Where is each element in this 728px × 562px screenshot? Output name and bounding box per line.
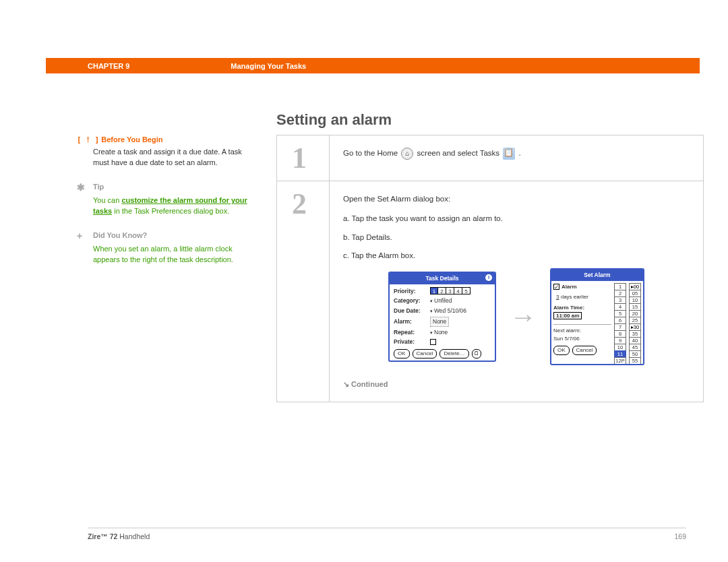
category-dropdown[interactable]: Unfiled — [430, 296, 452, 305]
note-button[interactable]: 🗒 — [472, 349, 481, 358]
dyk-title: Did You Know? — [93, 230, 147, 241]
set-alarm-screen: Set Alarm Alarm 3 days earlier — [550, 268, 644, 365]
did-you-know-block: + Did You Know? When you set an alarm, a… — [77, 229, 252, 266]
byb-title: Before You Begin — [101, 135, 162, 144]
dyk-body: When you set an alarm, a little alarm cl… — [93, 244, 252, 266]
alarm-box[interactable]: None — [430, 317, 449, 327]
steps-content: 1 Go to the Home ⌂ screen and select Tas… — [276, 135, 704, 402]
substep-c: c. Tap the Alarm box. — [343, 250, 690, 261]
step-body: Open the Set Alarm dialog box: a. Tap th… — [330, 181, 703, 402]
step-number: 1 — [277, 135, 330, 181]
cancel-button[interactable]: Cancel — [413, 349, 437, 358]
sidebar: [ ! ] Before You Begin Create a task and… — [77, 135, 252, 278]
delete-button[interactable]: Delete… — [439, 349, 468, 358]
ok-button[interactable]: OK — [553, 346, 570, 355]
tasks-icon — [503, 148, 515, 160]
alarm-time-box[interactable]: 11:00 am — [553, 312, 582, 319]
minute-column[interactable]: ▸000510152025▸303540455055 — [629, 283, 641, 364]
byb-body: Create a task and assign it a due date. … — [93, 147, 252, 168]
asterisk-icon: ✱ — [77, 181, 93, 194]
section-title: Managing Your Tasks — [231, 62, 306, 70]
continued-label: Continued — [343, 379, 690, 390]
private-checkbox[interactable] — [430, 339, 436, 345]
priority-selector[interactable]: 1 2 3 4 5 — [430, 287, 471, 294]
before-you-begin: [ ! ] Before You Begin Create a task and… — [77, 135, 252, 168]
step-body: Go to the Home ⌂ screen and select Tasks… — [330, 135, 703, 181]
hour-column[interactable]: 123456789101112P — [614, 283, 626, 364]
duedate-dropdown[interactable]: Wed 5/10/06 — [430, 307, 466, 315]
screenshot-row: Task Details i Priority: 1 2 3 — [343, 268, 690, 365]
home-icon: ⌂ — [401, 148, 413, 160]
page-title: Setting an alarm — [276, 111, 686, 129]
tip-body: You can customize the alarm sound for yo… — [93, 195, 252, 217]
tip-title: Tip — [93, 182, 104, 193]
chapter-header: CHAPTER 9 Managing Your Tasks — [46, 58, 700, 73]
substep-b: b. Tap Details. — [343, 232, 690, 243]
palm-title: Task Details i — [390, 273, 495, 284]
repeat-dropdown[interactable]: None — [430, 328, 448, 337]
plus-icon: + — [77, 229, 93, 243]
page-footer: Zire™ 72 Handheld 169 — [88, 528, 686, 540]
ok-button[interactable]: OK — [394, 349, 410, 358]
arrow-right-icon: → — [510, 296, 537, 337]
chapter-label: CHAPTER 9 — [88, 62, 129, 70]
step-2: 2 Open the Set Alarm dialog box: a. Tap … — [276, 181, 704, 402]
palm-title: Set Alarm — [551, 270, 643, 281]
byb-prefix: [ ! ] — [77, 135, 99, 144]
task-details-screen: Task Details i Priority: 1 2 3 — [388, 272, 496, 362]
info-icon[interactable]: i — [485, 274, 492, 281]
tip-block: ✱ Tip You can customize the alarm sound … — [77, 181, 252, 217]
alarm-checkbox[interactable] — [553, 284, 559, 290]
step-1: 1 Go to the Home ⌂ screen and select Tas… — [276, 135, 704, 181]
cancel-button[interactable]: Cancel — [572, 346, 597, 355]
step-number: 2 — [277, 181, 330, 402]
substep-a: a. Tap the task you want to assign an al… — [343, 213, 690, 224]
step-substeps: a. Tap the task you want to assign an al… — [343, 213, 690, 261]
page-number: 169 — [674, 532, 686, 540]
product-name: Zire™ 72 Handheld — [88, 532, 150, 540]
